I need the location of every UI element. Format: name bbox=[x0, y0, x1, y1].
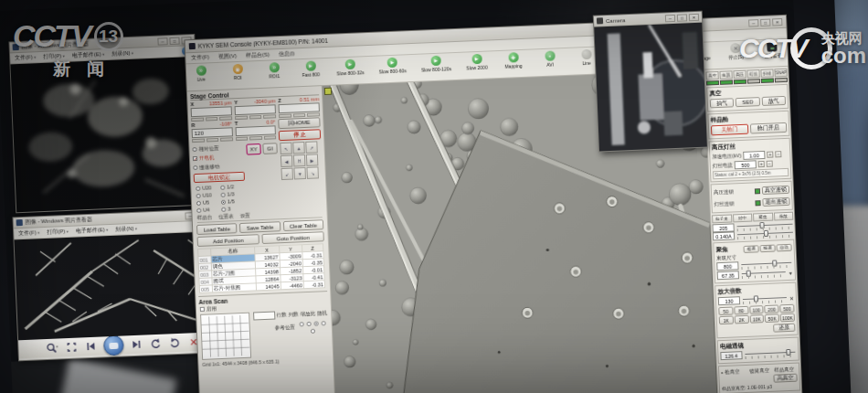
xy-button[interactable]: XY bbox=[246, 143, 260, 155]
axis-input[interactable] bbox=[235, 104, 276, 115]
status-tab[interactable]: 真空 bbox=[705, 71, 718, 80]
kv-minus-button[interactable]: − bbox=[775, 151, 781, 157]
area-ref-radio[interactable] bbox=[306, 322, 311, 326]
mag-preset-button[interactable]: 1K bbox=[719, 316, 734, 325]
next-icon[interactable] bbox=[130, 338, 143, 352]
close-button[interactable] bbox=[772, 17, 782, 25]
toolbar-button[interactable]: Fast 800 bbox=[300, 60, 323, 78]
dpad-right-icon[interactable] bbox=[306, 154, 319, 166]
mag-preset-button[interactable]: 100K bbox=[780, 313, 795, 323]
dpad-down-icon[interactable] bbox=[293, 167, 306, 180]
status-tab[interactable]: 扫描 bbox=[760, 69, 773, 78]
toolbar-button[interactable]: Slow 800-32s bbox=[336, 58, 365, 76]
beam-tab[interactable]: 像散 bbox=[773, 212, 793, 221]
menu-item[interactable]: 文件(F) bbox=[18, 228, 40, 238]
dpad-up-left-icon[interactable] bbox=[280, 143, 292, 155]
toolbar-button[interactable]: ROI bbox=[227, 64, 249, 81]
dpad-down-right-icon[interactable] bbox=[306, 166, 319, 179]
speed-radio[interactable] bbox=[221, 207, 226, 211]
menu-item[interactable]: 电子邮件(E) bbox=[76, 226, 109, 235]
position-table[interactable]: 名称 X Y Z 001 芯片 13627 bbox=[197, 243, 325, 293]
chamber-open-button[interactable]: 舱门开启 bbox=[749, 122, 787, 134]
mag-reset-button[interactable]: 还原 bbox=[773, 324, 795, 333]
rotate-cw-icon[interactable] bbox=[168, 336, 182, 350]
g-button[interactable]: GI bbox=[262, 143, 277, 154]
speed-radio[interactable] bbox=[196, 207, 201, 212]
axis-step-button[interactable] bbox=[263, 114, 276, 119]
table-button[interactable]: Add Position bbox=[197, 234, 259, 247]
area-ref-radio[interactable] bbox=[321, 321, 325, 325]
mag-preset-button[interactable]: 2K bbox=[734, 315, 748, 324]
maximize-button[interactable] bbox=[169, 37, 179, 44]
slow-move-radio[interactable] bbox=[193, 165, 197, 170]
speed-radio[interactable] bbox=[221, 199, 226, 204]
minimize-button[interactable] bbox=[665, 14, 675, 21]
menu-item[interactable]: 打印(P) bbox=[47, 228, 69, 237]
interlock-button[interactable]: 退出连锁 bbox=[762, 197, 789, 207]
stop-button[interactable]: 停 止 bbox=[279, 129, 321, 141]
table-button[interactable]: Load Table bbox=[196, 223, 238, 235]
close-button[interactable] bbox=[689, 13, 699, 20]
axis-step-button[interactable] bbox=[236, 137, 249, 142]
table-button[interactable]: Save Table bbox=[239, 221, 281, 233]
fine-focus-field[interactable]: 67.35 bbox=[717, 271, 739, 280]
kv-select[interactable]: 1.00 bbox=[743, 151, 765, 160]
motor-lock-button[interactable]: 电机锁定 bbox=[194, 172, 245, 183]
axis-input[interactable] bbox=[191, 106, 232, 117]
axis-step-button[interactable] bbox=[235, 116, 248, 121]
axis-input[interactable] bbox=[279, 102, 320, 113]
focus-mode-button[interactable]: 粗调 bbox=[743, 245, 758, 253]
axis-input[interactable]: 120 bbox=[192, 127, 233, 138]
dpad-home-button[interactable]: H bbox=[293, 154, 306, 167]
menu-item[interactable]: 文件(F) bbox=[191, 53, 209, 62]
minimize-button[interactable] bbox=[748, 19, 758, 27]
mag-preset-button[interactable]: 50K bbox=[765, 313, 779, 323]
toolbar-button[interactable]: Mapping bbox=[502, 52, 524, 69]
home-button[interactable]: 回HOME bbox=[278, 117, 320, 129]
axis-step-button[interactable] bbox=[249, 136, 262, 141]
axis-step-button[interactable] bbox=[293, 113, 306, 118]
area-scan-field[interactable] bbox=[253, 312, 275, 321]
toolbar-button[interactable]: 信号监视 bbox=[761, 41, 784, 58]
axis-input[interactable] bbox=[235, 125, 276, 136]
toolbar-button[interactable]: Slow 800-60s bbox=[378, 57, 407, 74]
speed-radio[interactable] bbox=[196, 193, 201, 197]
spot-size-field[interactable]: 800 bbox=[716, 261, 738, 271]
area-ref-radio[interactable] bbox=[299, 322, 303, 326]
toolbar-button[interactable]: AVI bbox=[538, 50, 561, 68]
status-tab[interactable]: 高压 bbox=[733, 70, 746, 80]
area-scan-enable-checkbox[interactable] bbox=[200, 307, 205, 312]
speed-radio[interactable] bbox=[196, 200, 201, 205]
motor-on-checkbox[interactable] bbox=[193, 156, 197, 161]
current-slider[interactable] bbox=[736, 229, 794, 240]
maximize-button[interactable] bbox=[760, 18, 770, 26]
mag-preset-button[interactable]: 200 bbox=[765, 304, 779, 313]
menu-item[interactable]: 文件(F) bbox=[15, 53, 37, 62]
menu-item[interactable]: 刻录(N) bbox=[115, 225, 137, 234]
sem-console-window[interactable]: KYKY SEM Console (KYKY-EM8100) P/N: 1400… bbox=[184, 15, 802, 393]
toolbar-button[interactable]: Slow 800-120s bbox=[420, 55, 451, 72]
toolbar-button[interactable]: 停止(S) bbox=[725, 43, 747, 60]
mag-slider[interactable] bbox=[742, 294, 788, 304]
beam-tab[interactable]: 聚焦 bbox=[753, 213, 773, 222]
menu-item[interactable]: 电子邮件(E) bbox=[72, 50, 105, 59]
speed-radio[interactable] bbox=[220, 185, 225, 189]
mag-preset-button[interactable]: 10K bbox=[749, 314, 764, 324]
status-tab[interactable]: SNAP bbox=[774, 69, 787, 78]
toolbar-button[interactable]: Slow 2000 bbox=[465, 54, 488, 71]
previous-icon[interactable] bbox=[84, 340, 98, 354]
speed-radio[interactable] bbox=[221, 192, 226, 196]
camera-window[interactable]: Camera bbox=[593, 11, 708, 153]
axis-step-button[interactable] bbox=[279, 114, 291, 119]
dpad-up-right-icon[interactable] bbox=[305, 141, 318, 154]
status-tab[interactable]: 电源 bbox=[719, 70, 732, 80]
dpad-down-left-icon[interactable] bbox=[281, 168, 293, 181]
filament-field[interactable]: 500 bbox=[735, 160, 757, 169]
axis-step-button[interactable] bbox=[206, 138, 219, 143]
toolbar-button[interactable]: ROI1 bbox=[263, 62, 286, 80]
axis-step-button[interactable] bbox=[249, 115, 262, 120]
menu-item[interactable]: 样品台(S) bbox=[246, 51, 270, 60]
mag-preset-button[interactable]: 500 bbox=[779, 304, 794, 313]
filament-plus-button[interactable]: + bbox=[758, 161, 765, 167]
fit-to-window-icon[interactable] bbox=[65, 341, 79, 355]
